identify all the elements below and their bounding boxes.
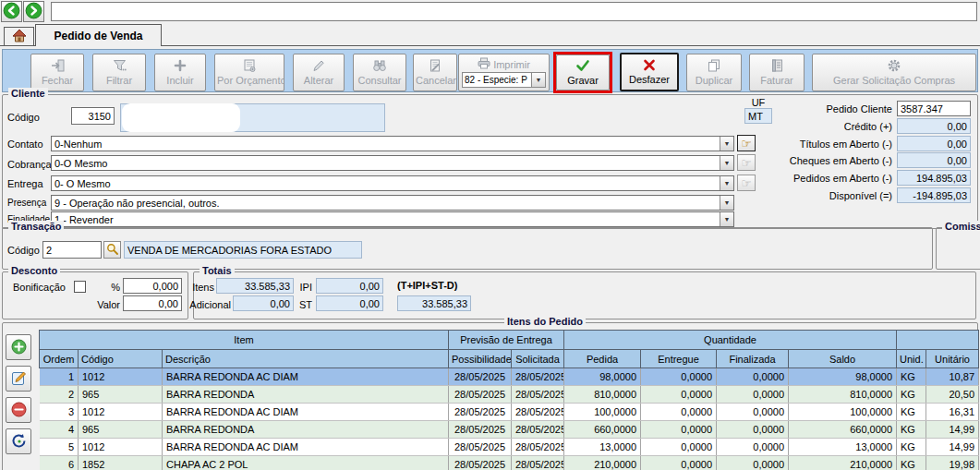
cell-pedida[interactable]: 210,0000 bbox=[564, 456, 641, 470]
group-header-quantidade[interactable]: Quantidade bbox=[564, 331, 897, 350]
cell-entregue[interactable]: 0,0000 bbox=[641, 439, 717, 456]
cell-ordem[interactable]: 2 bbox=[40, 386, 79, 404]
col-possibilidade[interactable]: Possibilidade bbox=[449, 350, 512, 368]
table-row[interactable]: 31012BARRA REDONDA AC DIAM28/05/202528/0… bbox=[40, 404, 979, 421]
finalidade-select[interactable]: 1 - Revender ▼ bbox=[51, 211, 734, 227]
cell-ordem[interactable]: 1 bbox=[40, 368, 79, 386]
cell-descri-o[interactable]: BARRA REDONDA AC DIAM bbox=[163, 439, 449, 456]
tab-pedido-de-venda[interactable]: Pedido de Venda bbox=[35, 24, 162, 46]
cell-pedida[interactable]: 810,0000 bbox=[564, 386, 641, 404]
col-solicitada[interactable]: Solicitada bbox=[512, 350, 564, 368]
cliente-codigo-field[interactable]: 3150 bbox=[71, 107, 115, 125]
entrega-select[interactable]: 0- O Mesmo ▼ bbox=[51, 175, 734, 191]
cell-saldo[interactable]: 210,0000 bbox=[789, 456, 897, 470]
group-header-item[interactable]: Item bbox=[40, 331, 449, 350]
cell-ordem[interactable]: 6 bbox=[40, 456, 79, 470]
cell-unit-rio[interactable]: 19,98 bbox=[926, 456, 979, 470]
col-unitario[interactable]: Unitário bbox=[926, 350, 979, 368]
presenca-select[interactable]: 9 - Operação não presencial, outros. ▼ bbox=[51, 195, 734, 211]
col-ordem[interactable]: Ordem bbox=[40, 350, 79, 368]
tab-home[interactable] bbox=[4, 27, 34, 46]
cell-ordem[interactable]: 5 bbox=[40, 439, 79, 456]
add-item-button[interactable] bbox=[6, 334, 31, 360]
edit-item-button[interactable] bbox=[6, 366, 31, 392]
cell-solicitada[interactable]: 28/05/2025 bbox=[512, 368, 564, 386]
pct-field[interactable]: 0,000 bbox=[123, 278, 182, 294]
cell-finalizada[interactable]: 0,0000 bbox=[717, 368, 789, 386]
cell-c-digo[interactable]: 965 bbox=[79, 386, 163, 404]
back-button[interactable] bbox=[1, 1, 22, 22]
cell-unid-[interactable]: KG bbox=[897, 456, 926, 470]
filtrar-button[interactable]: Filtrar bbox=[92, 54, 146, 91]
cell-finalizada[interactable]: 0,0000 bbox=[717, 439, 789, 456]
cell-pedida[interactable]: 13,0000 bbox=[564, 439, 641, 456]
col-finalizada[interactable]: Finalizada bbox=[717, 350, 789, 368]
group-header-previsao[interactable]: Previsão de Entrega bbox=[449, 331, 564, 350]
faturar-button[interactable]: Faturar bbox=[749, 54, 805, 91]
cell-possibilidade[interactable]: 28/05/2025 bbox=[449, 439, 512, 456]
cell-entregue[interactable]: 0,0000 bbox=[641, 421, 717, 439]
refresh-button[interactable] bbox=[6, 428, 31, 454]
col-unid[interactable]: Unid. bbox=[897, 350, 926, 368]
transacao-search-button[interactable] bbox=[103, 241, 121, 259]
cell-pedida[interactable]: 660,0000 bbox=[564, 421, 641, 439]
contato-select[interactable]: 0-Nenhum ▼ bbox=[51, 136, 734, 151]
table-row[interactable]: 11012BARRA REDONDA AC DIAM28/05/202528/0… bbox=[40, 368, 979, 386]
remove-item-button[interactable] bbox=[6, 397, 31, 423]
cell-unid-[interactable]: KG bbox=[897, 386, 926, 404]
cell-saldo[interactable]: 810,0000 bbox=[789, 386, 897, 404]
forward-button[interactable] bbox=[23, 1, 44, 22]
cell-descri-o[interactable]: BARRA REDONDA bbox=[163, 421, 449, 439]
cell-entregue[interactable]: 0,0000 bbox=[641, 456, 717, 470]
cell-saldo[interactable]: 13,0000 bbox=[789, 439, 897, 456]
por-or-amento-button[interactable]: Por Orçamento bbox=[214, 54, 284, 91]
bonificacao-checkbox[interactable] bbox=[74, 281, 86, 293]
valor-field[interactable]: 0,00 bbox=[123, 295, 182, 311]
cell-unit-rio[interactable]: 16,31 bbox=[926, 404, 979, 421]
cell-entregue[interactable]: 0,0000 bbox=[641, 404, 717, 421]
cell-possibilidade[interactable]: 28/05/2025 bbox=[449, 386, 512, 404]
cell-solicitada[interactable]: 28/05/2025 bbox=[512, 386, 564, 404]
cell-c-digo[interactable]: 1012 bbox=[79, 439, 163, 456]
pedido-cliente-field[interactable]: 3587.347 bbox=[897, 101, 971, 116]
cell-pedida[interactable]: 100,0000 bbox=[564, 404, 641, 421]
table-row[interactable]: 4965BARRA REDONDA28/05/202528/05/2025660… bbox=[40, 421, 979, 439]
gerar-solicitacao-compras-button[interactable]: Gerar Solicitação Compras bbox=[812, 54, 976, 91]
duplicar-button[interactable]: Duplicar bbox=[686, 54, 742, 91]
cell-c-digo[interactable]: 1852 bbox=[79, 456, 163, 470]
cell-finalizada[interactable]: 0,0000 bbox=[717, 386, 789, 404]
cell-unit-rio[interactable]: 10,87 bbox=[926, 368, 979, 386]
gravar-button[interactable]: Gravar bbox=[556, 54, 610, 90]
cell-unit-rio[interactable]: 14,99 bbox=[926, 439, 979, 456]
cell-c-digo[interactable]: 1012 bbox=[79, 404, 163, 421]
table-row[interactable]: 2965BARRA REDONDA28/05/202528/05/2025810… bbox=[40, 386, 979, 404]
imprimir-label[interactable]: Imprimir bbox=[493, 59, 530, 70]
transacao-codigo-field[interactable]: 2 bbox=[42, 241, 102, 259]
cell-pedida[interactable]: 98,0000 bbox=[564, 368, 641, 386]
cell-unit-rio[interactable]: 14,99 bbox=[926, 421, 979, 439]
chevron-down-icon[interactable]: ▼ bbox=[531, 73, 545, 87]
cell-saldo[interactable]: 98,0000 bbox=[789, 368, 897, 386]
address-bar[interactable] bbox=[51, 2, 977, 21]
col-descricao[interactable]: Descrição bbox=[163, 350, 449, 368]
cobranca-select[interactable]: 0-O Mesmo ▼ bbox=[51, 155, 734, 171]
cell-saldo[interactable]: 100,0000 bbox=[789, 404, 897, 421]
cell-entregue[interactable]: 0,0000 bbox=[641, 386, 717, 404]
table-row[interactable]: 61852CHAPA AC 2 POL28/05/202528/05/20252… bbox=[40, 456, 979, 470]
cell-entregue[interactable]: 0,0000 bbox=[641, 368, 717, 386]
col-codigo[interactable]: Código bbox=[79, 350, 163, 368]
cell-finalizada[interactable]: 0,0000 bbox=[717, 404, 789, 421]
cell-solicitada[interactable]: 28/05/2025 bbox=[512, 421, 564, 439]
cell-unid-[interactable]: KG bbox=[897, 404, 926, 421]
cell-ordem[interactable]: 3 bbox=[40, 404, 79, 421]
cell-ordem[interactable]: 4 bbox=[40, 421, 79, 439]
cell-possibilidade[interactable]: 28/05/2025 bbox=[449, 404, 512, 421]
fechar-button[interactable]: Fechar bbox=[30, 54, 84, 91]
incluir-button[interactable]: Incluir bbox=[154, 54, 206, 91]
cell-possibilidade[interactable]: 28/05/2025 bbox=[449, 421, 512, 439]
col-entregue[interactable]: Entregue bbox=[641, 350, 717, 368]
alterar-button[interactable]: Alterar bbox=[293, 54, 345, 91]
cancelar-button[interactable]: Cancelar bbox=[413, 54, 457, 91]
cell-saldo[interactable]: 660,0000 bbox=[789, 421, 897, 439]
cell-finalizada[interactable]: 0,0000 bbox=[717, 421, 789, 439]
